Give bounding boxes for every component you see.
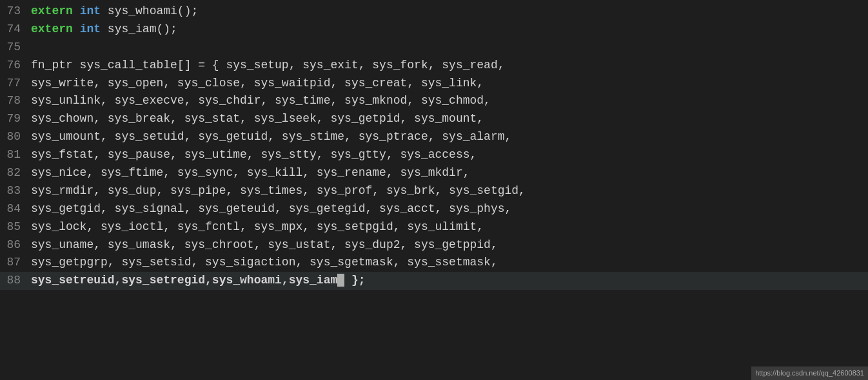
line-number: 79 [0, 110, 21, 128]
code-line: 87sys_getpgrp, sys_setsid, sys_sigaction… [0, 254, 868, 272]
code-token: int [80, 5, 101, 17]
code-line: 80sys_umount, sys_setuid, sys_getuid, sy… [0, 128, 868, 146]
line-content: sys_uname, sys_umask, sys_chroot, sys_us… [31, 236, 498, 254]
line-content: sys_chown, sys_break, sys_stat, sys_lsee… [31, 110, 484, 128]
line-number: 81 [0, 146, 21, 164]
code-token: extern [31, 23, 80, 35]
code-token: sys_whoami(); [101, 5, 198, 17]
line-number: 75 [0, 39, 21, 57]
line-number: 77 [0, 75, 21, 93]
line-number: 88 [0, 272, 21, 290]
text-cursor [337, 274, 344, 287]
code-line: 77sys_write, sys_open, sys_close, sys_wa… [0, 75, 868, 93]
code-token: sys_fstat, sys_pause, sys_utime, sys_stt… [31, 148, 477, 161]
line-number: 83 [0, 182, 21, 200]
line-content: extern int sys_whoami(); [31, 3, 198, 21]
line-content: fn_ptr sys_call_table[] = { sys_setup, s… [31, 57, 505, 75]
code-token: sys_uname, sys_umask, sys_chroot, sys_us… [31, 238, 498, 251]
code-token: sys_getpgrp, sys_setsid, sys_sigaction, … [31, 256, 498, 269]
code-line: 86sys_uname, sys_umask, sys_chroot, sys_… [0, 236, 868, 254]
line-number: 87 [0, 254, 21, 272]
watermark: https://blog.csdn.net/qq_42600831 [751, 366, 868, 380]
code-line: 75 [0, 39, 868, 57]
code-token: int [80, 23, 101, 35]
code-line: 76fn_ptr sys_call_table[] = { sys_setup,… [0, 57, 868, 75]
code-line: 82sys_nice, sys_ftime, sys_sync, sys_kil… [0, 164, 868, 182]
line-content: sys_lock, sys_ioctl, sys_fcntl, sys_mpx,… [31, 218, 484, 236]
line-number: 78 [0, 92, 21, 110]
line-number: 76 [0, 57, 21, 75]
line-content: sys_getgid, sys_signal, sys_geteuid, sys… [31, 200, 511, 218]
line-number: 85 [0, 218, 21, 236]
code-token: sys_chown, sys_break, sys_stat, sys_lsee… [31, 112, 484, 125]
code-line: 83sys_rmdir, sys_dup, sys_pipe, sys_time… [0, 182, 868, 200]
code-token: }; [344, 274, 365, 287]
code-line: 74extern int sys_iam(); [0, 21, 868, 39]
code-token: sys_lock, sys_ioctl, sys_fcntl, sys_mpx,… [31, 220, 484, 233]
line-number: 86 [0, 236, 21, 254]
line-content: extern int sys_iam(); [31, 21, 177, 39]
code-token: sys_iam(); [101, 23, 177, 35]
code-editor: 73extern int sys_whoami();74extern int s… [0, 0, 868, 380]
code-token: sys_unlink, sys_execve, sys_chdir, sys_t… [31, 94, 491, 107]
code-line: 88sys_setreuid,sys_setregid,sys_whoami,s… [0, 272, 868, 290]
line-number: 80 [0, 128, 21, 146]
line-number: 84 [0, 200, 21, 218]
code-token: sys_nice, sys_ftime, sys_sync, sys_kill,… [31, 166, 470, 179]
code-token: sys_setreuid,sys_setregid,sys_whoami,sys… [31, 274, 337, 287]
code-token: extern [31, 5, 80, 17]
code-line: 73extern int sys_whoami(); [0, 3, 868, 21]
line-content: sys_fstat, sys_pause, sys_utime, sys_stt… [31, 146, 477, 164]
code-line: 81sys_fstat, sys_pause, sys_utime, sys_s… [0, 146, 868, 164]
code-token: sys_rmdir, sys_dup, sys_pipe, sys_times,… [31, 184, 526, 197]
line-content: sys_setreuid,sys_setregid,sys_whoami,sys… [31, 272, 366, 290]
line-content: sys_umount, sys_setuid, sys_getuid, sys_… [31, 128, 511, 146]
line-content: sys_write, sys_open, sys_close, sys_wait… [31, 75, 484, 93]
code-token: sys_write, sys_open, sys_close, sys_wait… [31, 77, 484, 90]
line-number: 74 [0, 21, 21, 39]
code-token: sys_umount, sys_setuid, sys_getuid, sys_… [31, 130, 511, 143]
line-number: 82 [0, 164, 21, 182]
code-line: 78sys_unlink, sys_execve, sys_chdir, sys… [0, 92, 868, 110]
line-number: 73 [0, 3, 21, 21]
code-line: 84sys_getgid, sys_signal, sys_geteuid, s… [0, 200, 868, 218]
line-content: sys_nice, sys_ftime, sys_sync, sys_kill,… [31, 164, 470, 182]
code-line: 85sys_lock, sys_ioctl, sys_fcntl, sys_mp… [0, 218, 868, 236]
code-line: 79sys_chown, sys_break, sys_stat, sys_ls… [0, 110, 868, 128]
line-content: sys_getpgrp, sys_setsid, sys_sigaction, … [31, 254, 498, 272]
line-content: sys_rmdir, sys_dup, sys_pipe, sys_times,… [31, 182, 526, 200]
code-token: sys_getgid, sys_signal, sys_geteuid, sys… [31, 202, 511, 215]
line-content: sys_unlink, sys_execve, sys_chdir, sys_t… [31, 92, 491, 110]
code-token: fn_ptr sys_call_table[] = { sys_setup, s… [31, 59, 505, 71]
